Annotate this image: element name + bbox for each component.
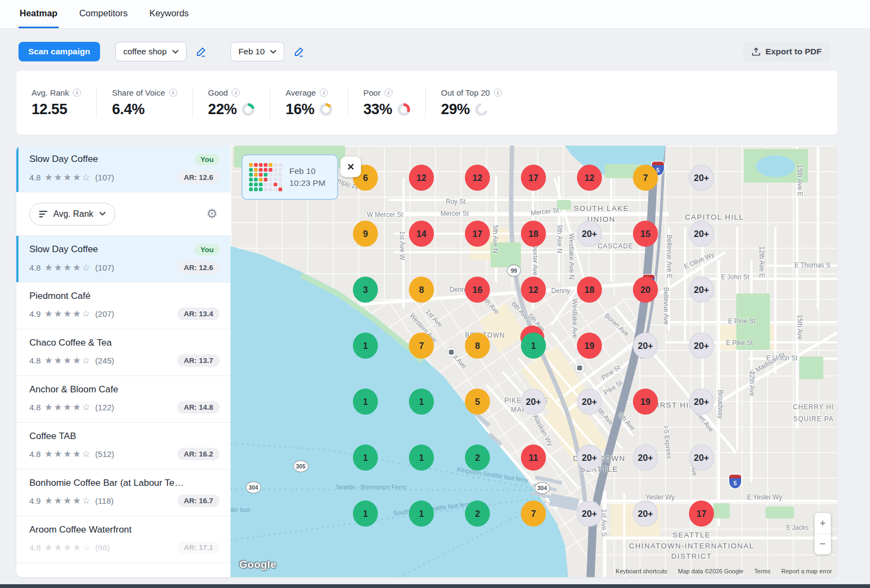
stat-label-text: Average [285,88,316,97]
rank-bubble[interactable]: 1 [353,333,378,359]
business-name: Piedmont Café [29,291,90,302]
rating-value: 4.9 [29,309,41,318]
info-icon[interactable]: i [320,89,328,97]
rank-bubble[interactable]: 5 [465,389,490,415]
star-rating-icons: ★★★★☆ [45,263,91,272]
rank-bubble[interactable]: 11 [521,445,546,471]
mini-heatmap-dot [269,163,272,167]
info-icon[interactable]: i [232,89,240,97]
info-icon[interactable]: i [169,89,177,97]
info-icon[interactable]: i [384,89,393,97]
rank-bubble[interactable]: 17 [465,221,490,247]
rank-bubble[interactable]: 1 [409,501,434,527]
export-pdf-button[interactable]: Export to PDF [743,42,830,61]
zoom-out-button[interactable]: − [815,534,831,555]
mini-heatmap-dot [264,168,268,172]
stat-label: Out of Top 20i [441,88,502,97]
rank-bubble[interactable]: 20+ [689,165,714,191]
star-rating-icons: ★★★★☆ [45,543,91,552]
overlay-date: Feb 10 [289,165,325,177]
business-list-item[interactable]: Anchor & Bloom Cafe4.8★★★★☆(122)AR: 14.8 [16,376,231,423]
date-select[interactable]: Feb 10 [231,42,284,61]
rank-bubble[interactable]: 20+ [633,501,658,527]
stat-value: 22% [208,101,255,118]
settings-gear-icon[interactable]: ⚙ [206,208,217,220]
rank-bubble[interactable]: 2 [465,501,490,527]
review-count: (107) [95,173,114,182]
toolbar: Scan campaign coffee shop Feb 10 Export … [18,42,830,61]
mini-heatmap-dot [274,183,277,186]
info-icon[interactable]: i [73,89,81,97]
rank-bubble[interactable]: 12 [465,165,490,191]
business-list-item[interactable]: Piedmont Café4.9★★★★☆(207)AR: 13.4 [16,283,231,329]
rank-bubble[interactable]: 1 [409,445,434,471]
attribution-terms[interactable]: Terms [754,568,770,574]
rank-bubble[interactable]: 20+ [689,445,714,471]
rank-bubble[interactable]: 20+ [577,501,602,527]
rank-bubble[interactable]: 8 [465,333,490,359]
stat-value: 6.4% [112,101,177,118]
rank-bubble[interactable]: 14 [409,221,434,247]
mini-heatmap-dot [254,183,258,186]
mini-heatmap-dot [259,163,263,167]
rank-bubble[interactable]: 19 [577,333,602,359]
rank-bubble[interactable]: 19 [633,389,658,415]
map[interactable]: W Olympic PlRoy StW Mercer StMercer StMe… [231,146,837,577]
rank-bubble[interactable]: 18 [577,277,602,303]
rank-bubble[interactable]: 16 [465,277,490,303]
rank-bubble[interactable]: 20+ [633,333,658,359]
rank-bubble[interactable]: 7 [409,333,434,359]
rank-bubble[interactable]: 9 [353,221,378,247]
business-list-item[interactable]: Slow Day CoffeeYou4.8★★★★☆(107)AR: 12.6 [16,236,231,283]
rank-bubble[interactable]: 1 [521,333,546,359]
rank-bubble[interactable]: 15 [633,221,658,247]
rank-bubble[interactable]: 7 [521,501,546,527]
rank-bubble[interactable]: 17 [689,501,714,527]
rank-bubble[interactable]: 1 [353,389,378,415]
attribution-keyboard-shortcuts[interactable]: Keyboard shortcuts [616,568,667,574]
rank-bubble[interactable]: 20+ [521,389,546,415]
rank-bubble[interactable]: 7 [633,165,658,191]
rank-bubble[interactable]: 20+ [577,389,602,415]
rank-bubble[interactable]: 17 [521,165,546,191]
close-overlay-button[interactable]: ✕ [340,157,361,177]
rank-bubble[interactable]: 12 [521,277,546,303]
info-icon[interactable]: i [494,89,502,97]
tab-keywords[interactable]: Keywords [148,1,190,28]
rank-bubble[interactable]: 20+ [577,221,602,247]
rank-bubble[interactable]: 1 [409,389,434,415]
business-list-item[interactable]: Aroom Coffee Waterfront4.8★★★★☆(98)AR: 1… [16,516,231,563]
rank-bubble[interactable]: 1 [353,445,378,471]
sort-select[interactable]: Avg. Rank [29,203,115,226]
mini-heatmap-dot [264,187,268,191]
business-list-item[interactable]: Chaco Coffee & Tea4.8★★★★☆(245)AR: 13.7 [16,329,231,376]
business-list-item[interactable]: Bonhomie Coffee Bar (at Labour Te…4.9★★★… [16,470,231,516]
review-count: (98) [95,543,110,552]
tab-heatmap[interactable]: Heatmap [18,1,59,28]
rank-bubble[interactable]: 1 [353,501,378,527]
edit-date-button[interactable] [293,46,304,58]
business-row-top: Piedmont Café [29,291,220,302]
rank-bubble[interactable]: 8 [409,277,434,303]
pinned-business-card[interactable]: Slow Day CoffeeYou4.8★★★★☆(107)AR: 12.6 [16,146,231,192]
business-list-item[interactable]: Coffee TAB4.8★★★★☆(512)AR: 16.2 [16,423,231,470]
rank-bubble[interactable]: 2 [465,445,490,471]
rank-bubble[interactable]: 12 [577,165,602,191]
rank-bubble[interactable]: 20+ [689,277,714,303]
rank-bubble[interactable]: 18 [521,221,546,247]
business-row-rating: 4.8★★★★☆(122)AR: 14.8 [29,401,220,414]
rank-bubble[interactable]: 3 [353,277,378,303]
rank-bubble[interactable]: 12 [409,165,434,191]
rank-bubble[interactable]: 20 [633,277,658,303]
edit-keyword-button[interactable] [195,46,207,58]
zoom-in-button[interactable]: + [815,513,831,534]
keyword-select[interactable]: coffee shop [115,42,187,61]
rank-bubble[interactable]: 20+ [633,445,658,471]
scan-campaign-button[interactable]: Scan campaign [18,42,100,61]
rank-bubble[interactable]: 20+ [577,445,602,471]
rank-bubble[interactable]: 20+ [689,389,714,415]
rank-bubble[interactable]: 20+ [689,221,714,247]
tab-competitors[interactable]: Competitors [78,1,129,28]
rank-bubble[interactable]: 20+ [689,333,714,359]
attribution-report-a-map-error[interactable]: Report a map error [781,568,832,574]
